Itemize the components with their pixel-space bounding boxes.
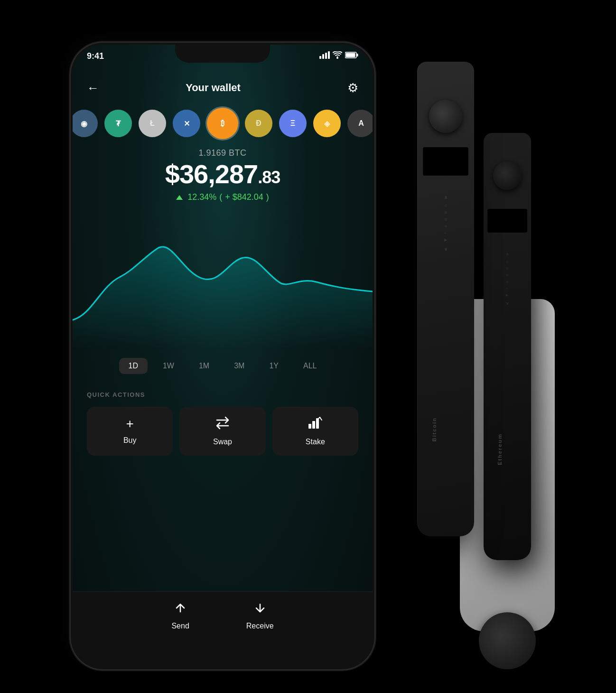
hw2-label: Ethereum xyxy=(497,433,503,465)
hw3-connector xyxy=(479,612,536,669)
swap-icon xyxy=(215,416,230,433)
balance-change: 12.34% (+ $842.04) xyxy=(73,192,373,202)
send-icon xyxy=(174,601,187,618)
balance-section: 1.9169 BTC $36,287.83 12.34% (+ $842.04) xyxy=(73,148,373,202)
change-percent: 12.34% xyxy=(187,192,216,202)
svg-rect-10 xyxy=(316,418,319,429)
period-3m[interactable]: 3M xyxy=(224,358,254,374)
svg-point-4 xyxy=(336,57,338,59)
wifi-icon xyxy=(333,51,342,60)
period-all[interactable]: ALL xyxy=(294,358,326,374)
signal-icon xyxy=(319,51,330,60)
chart-svg xyxy=(73,215,373,348)
send-button[interactable]: Send xyxy=(171,601,189,630)
notch xyxy=(175,45,270,63)
stake-icon xyxy=(308,416,323,433)
hw2-menu: ∧ ⊙ ⊞ ⊠ ⊕ + ▶ ∨ xyxy=(506,252,509,306)
receive-label: Receive xyxy=(246,622,274,630)
coin-item-ltc[interactable]: Ł xyxy=(139,110,166,137)
period-1d[interactable]: 1D xyxy=(119,358,148,374)
period-1m[interactable]: 1M xyxy=(189,358,219,374)
hardware-wallet-nano-x-2: ∧ ⊙ ⊞ ⊠ ⊕ + ▶ ∨ Ethereum xyxy=(484,133,531,560)
change-usd-value: + $842.04 xyxy=(225,192,263,202)
coin-ltc-symbol: Ł xyxy=(150,119,155,128)
svg-rect-9 xyxy=(312,421,315,429)
coin-item-eth[interactable]: Ξ xyxy=(279,110,307,137)
status-time: 9:41 xyxy=(87,51,104,61)
actions-row: + Buy Swap xyxy=(87,407,358,456)
hw2-screen xyxy=(487,209,527,233)
coin-item-doge[interactable]: Ð xyxy=(245,110,272,137)
hw1-label: Bitcoin xyxy=(431,417,437,441)
scene: 9:41 xyxy=(47,14,569,679)
phone-screen: 9:41 xyxy=(73,45,373,667)
coin-usdt-symbol: ₮ xyxy=(116,119,121,128)
phone: 9:41 xyxy=(71,43,374,669)
swap-button[interactable]: Swap xyxy=(179,407,265,456)
svg-rect-7 xyxy=(346,53,355,57)
send-label: Send xyxy=(171,622,189,630)
change-close-paren: ) xyxy=(266,192,269,202)
coin-item-algo[interactable]: A xyxy=(347,110,373,137)
coin-item-usdt[interactable]: ₮ xyxy=(104,110,132,137)
hardware-wallet-nano-x: ∧ ⊙ ⊞ ⊠ ⊕ + ▶ ∨ Bitcoin xyxy=(417,62,474,536)
usd-cents: .83 xyxy=(258,168,280,187)
buy-icon: + xyxy=(126,416,133,431)
stake-button[interactable]: Stake xyxy=(272,407,358,456)
hw1-menu: ⊙ ⊞ ⊠ ⊕ + ▶ xyxy=(444,203,448,243)
swap-label: Swap xyxy=(213,438,232,446)
coin-item-other[interactable]: ◉ xyxy=(73,110,98,137)
buy-button[interactable]: + Buy xyxy=(87,407,173,456)
svg-rect-3 xyxy=(328,51,330,59)
btc-balance: 1.9169 BTC xyxy=(73,148,373,158)
stake-label: Stake xyxy=(306,438,325,446)
period-1y[interactable]: 1Y xyxy=(260,358,288,374)
change-usd: ( xyxy=(219,192,222,202)
hw1-main-button xyxy=(429,100,462,133)
hw2-button xyxy=(493,161,522,190)
svg-rect-6 xyxy=(357,54,358,56)
coin-doge-symbol: Ð xyxy=(256,119,261,128)
battery-icon xyxy=(345,52,358,60)
coin-item-bnb[interactable]: ◈ xyxy=(313,110,341,137)
status-icons xyxy=(319,51,358,60)
svg-rect-1 xyxy=(322,54,324,59)
receive-icon xyxy=(253,601,267,618)
coin-other-symbol: ◉ xyxy=(81,119,87,128)
coin-btc-symbol: ₿ xyxy=(221,119,224,128)
usd-balance: $36,287.83 xyxy=(73,161,373,187)
coin-selector: ◉ ₮ Ł ✕ ₿ Ð Ξ xyxy=(73,104,373,142)
quick-actions-section: QUICK ACTIONS + Buy Swap xyxy=(73,391,373,456)
coin-item-xrp[interactable]: ✕ xyxy=(173,110,200,137)
hw1-nav-up: ∧ xyxy=(444,195,448,200)
coin-item-btc[interactable]: ₿ xyxy=(207,108,238,139)
hw1-nav-down: ∨ xyxy=(444,246,448,252)
usd-whole: $36,287 xyxy=(165,159,258,189)
buy-label: Buy xyxy=(123,436,137,445)
page-title: Your wallet xyxy=(87,82,339,94)
time-periods: 1D 1W 1M 3M 1Y ALL xyxy=(73,358,373,374)
coin-algo-symbol: A xyxy=(358,119,364,128)
header: ← Your wallet ⚙ xyxy=(73,71,373,104)
hw1-screen xyxy=(423,147,468,176)
bottom-bar: Send Receive xyxy=(73,591,373,667)
period-1w[interactable]: 1W xyxy=(153,358,184,374)
receive-button[interactable]: Receive xyxy=(246,601,274,630)
svg-rect-2 xyxy=(325,53,327,59)
coin-eth-symbol: Ξ xyxy=(290,119,295,128)
price-chart xyxy=(73,215,373,348)
svg-rect-0 xyxy=(319,56,321,59)
change-arrow-up-icon xyxy=(176,195,183,200)
quick-actions-label: QUICK ACTIONS xyxy=(87,391,358,398)
coin-bnb-symbol: ◈ xyxy=(324,119,330,128)
settings-button[interactable]: ⚙ xyxy=(339,81,358,95)
coin-xrp-symbol: ✕ xyxy=(184,119,190,128)
svg-rect-8 xyxy=(308,424,311,429)
